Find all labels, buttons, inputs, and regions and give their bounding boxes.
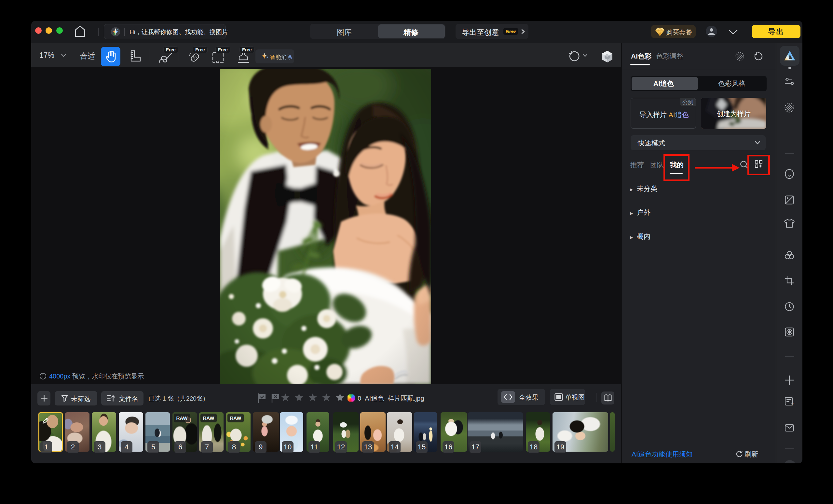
svg-text:?: ? — [791, 402, 794, 406]
